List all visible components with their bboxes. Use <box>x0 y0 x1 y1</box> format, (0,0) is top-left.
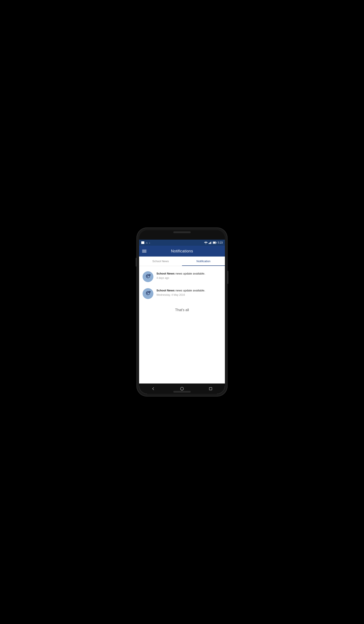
svg-rect-6 <box>213 242 215 244</box>
notif-time-2: Wednesday, 4 May 2016 <box>156 293 221 296</box>
recents-button[interactable] <box>207 385 214 393</box>
svg-rect-1 <box>209 242 210 244</box>
menu-button[interactable] <box>142 250 147 252</box>
notification-item-1[interactable]: School News news update available. 4 day… <box>139 268 225 285</box>
thats-all-text: That's all <box>139 302 225 318</box>
tab-bar: School News Notification <box>139 257 225 266</box>
svg-point-9 <box>147 293 147 294</box>
phone-screen: ⚠ ↓ <box>139 230 225 394</box>
svg-rect-2 <box>210 242 211 244</box>
tab-notification[interactable]: Notification <box>182 257 225 266</box>
notification-icon-box <box>141 241 144 244</box>
phone-frame: ⚠ ↓ <box>136 228 228 396</box>
status-left: ⚠ ↓ <box>141 241 150 244</box>
side-button-left <box>136 258 136 266</box>
bottom-speaker <box>173 391 191 393</box>
app-bar: Notifications <box>139 246 225 257</box>
svg-rect-12 <box>209 387 212 390</box>
notif-text-2: School News news update available. Wedne… <box>156 288 221 296</box>
notif-message-2: School News news update available. <box>156 289 221 293</box>
status-bar: ⚠ ↓ <box>139 240 225 246</box>
side-button-right <box>228 271 228 284</box>
svg-point-7 <box>147 276 147 277</box>
notif-icon-1 <box>143 271 154 282</box>
app-screen: ⚠ ↓ <box>139 240 225 394</box>
tab-school-news[interactable]: School News <box>139 257 182 266</box>
svg-point-11 <box>181 387 183 390</box>
notif-icon-2 <box>143 288 154 299</box>
notif-time-1: 4 days ago <box>156 276 221 280</box>
notif-text-1: School News news update available. 4 day… <box>156 271 221 280</box>
warning-icon: ⚠ <box>145 241 148 244</box>
svg-rect-0 <box>209 243 209 244</box>
notifications-list: School News news update available. 4 day… <box>139 266 225 384</box>
download-icon: ↓ <box>149 241 150 244</box>
notification-item-2[interactable]: School News news update available. Wedne… <box>139 285 225 302</box>
app-title: Notifications <box>149 249 215 254</box>
top-speaker <box>173 231 191 233</box>
clock: 5:23 <box>218 241 223 244</box>
status-right: 5:23 <box>204 241 223 244</box>
battery-icon <box>213 241 217 244</box>
signal-icon <box>209 241 212 244</box>
wifi-icon <box>204 241 208 244</box>
back-button[interactable] <box>150 385 157 393</box>
svg-rect-3 <box>211 241 212 244</box>
notif-message-1: School News news update available. <box>156 272 221 276</box>
svg-rect-5 <box>216 242 216 243</box>
